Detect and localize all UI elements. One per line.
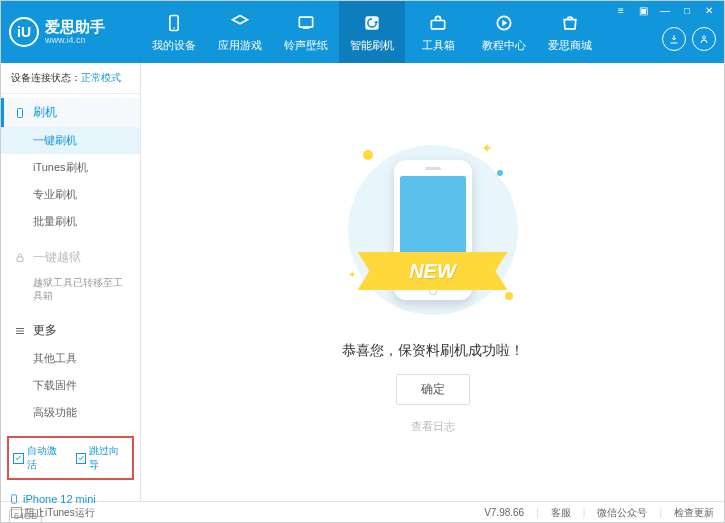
- sidebar-item-pro-flash[interactable]: 专业刷机: [1, 181, 140, 208]
- new-ribbon: NEW: [358, 252, 508, 290]
- lock-icon: [13, 251, 27, 265]
- nav-tabs: 我的设备 应用游戏 铃声壁纸 智能刷机 工具箱 教程中心 爱思商城: [141, 1, 603, 63]
- svg-point-8: [703, 36, 706, 39]
- phone-icon: [163, 12, 185, 34]
- nav-store[interactable]: 爱思商城: [537, 1, 603, 63]
- list-icon: [13, 324, 27, 338]
- nav-my-device[interactable]: 我的设备: [141, 1, 207, 63]
- success-illustration: ✦ ✦ NEW: [333, 130, 533, 330]
- svg-point-1: [173, 27, 175, 29]
- app-header: iU 爱思助手 www.i4.cn 我的设备 应用游戏 铃声壁纸 智能刷机 工具…: [1, 1, 724, 63]
- tutorial-icon: [493, 12, 515, 34]
- logo: iU 爱思助手 www.i4.cn: [9, 17, 141, 47]
- refresh-icon: [361, 12, 383, 34]
- skin-icon[interactable]: ▣: [634, 3, 652, 17]
- sidebar-jailbreak-header: 一键越狱: [1, 243, 140, 272]
- user-button[interactable]: [692, 27, 716, 51]
- sidebar-flash-header[interactable]: 刷机: [1, 98, 140, 127]
- wallpaper-icon: [295, 12, 317, 34]
- version-label: V7.98.66: [484, 507, 524, 518]
- checkbox-auto-activate[interactable]: 自动激活: [13, 444, 66, 472]
- wechat-link[interactable]: 微信公众号: [597, 506, 647, 520]
- app-name: 爱思助手: [45, 19, 105, 36]
- confirm-button[interactable]: 确定: [396, 374, 470, 405]
- logo-icon: iU: [9, 17, 39, 47]
- phone-icon: [13, 106, 27, 120]
- view-log-link[interactable]: 查看日志: [411, 419, 455, 434]
- toolbox-icon: [427, 12, 449, 34]
- flash-options: 自动激活 跳过向导: [7, 436, 134, 480]
- menu-icon[interactable]: ≡: [612, 3, 630, 17]
- nav-toolbox[interactable]: 工具箱: [405, 1, 471, 63]
- svg-marker-7: [502, 19, 507, 26]
- success-message: 恭喜您，保资料刷机成功啦！: [342, 342, 524, 360]
- nav-flash[interactable]: 智能刷机: [339, 1, 405, 63]
- svg-rect-2: [299, 17, 312, 27]
- sidebar-item-oneclick-flash[interactable]: 一键刷机: [1, 127, 140, 154]
- jailbreak-note: 越狱工具已转移至工具箱: [1, 272, 140, 308]
- sidebar-item-batch-flash[interactable]: 批量刷机: [1, 208, 140, 235]
- device-name: iPhone 12 mini: [9, 492, 132, 506]
- sidebar-more-header[interactable]: 更多: [1, 316, 140, 345]
- service-link[interactable]: 客服: [551, 506, 571, 520]
- check-update-link[interactable]: 检查更新: [674, 506, 714, 520]
- connection-status: 设备连接状态：正常模式: [1, 63, 140, 94]
- sidebar-item-advanced[interactable]: 高级功能: [1, 399, 140, 426]
- download-button[interactable]: [662, 27, 686, 51]
- main-content: ✦ ✦ NEW 恭喜您，保资料刷机成功啦！ 确定 查看日志: [141, 63, 724, 501]
- svg-rect-9: [18, 108, 23, 117]
- app-url: www.i4.cn: [45, 35, 105, 45]
- apps-icon: [229, 12, 251, 34]
- svg-rect-5: [431, 20, 444, 28]
- checkbox-skip-guide[interactable]: 跳过向导: [76, 444, 129, 472]
- svg-rect-10: [17, 257, 23, 262]
- svg-rect-11: [12, 495, 17, 503]
- sidebar-item-other-tools[interactable]: 其他工具: [1, 345, 140, 372]
- svg-rect-3: [303, 27, 310, 29]
- phone-icon: [9, 492, 19, 506]
- checkbox-block-itunes[interactable]: 阻止iTunes运行: [11, 506, 95, 520]
- store-icon: [559, 12, 581, 34]
- sidebar: 设备连接状态：正常模式 刷机 一键刷机 iTunes刷机 专业刷机 批量刷机 一…: [1, 63, 141, 501]
- nav-apps[interactable]: 应用游戏: [207, 1, 273, 63]
- nav-tutorial[interactable]: 教程中心: [471, 1, 537, 63]
- sidebar-item-itunes-flash[interactable]: iTunes刷机: [1, 154, 140, 181]
- nav-wallpaper[interactable]: 铃声壁纸: [273, 1, 339, 63]
- sidebar-item-download-firmware[interactable]: 下载固件: [1, 372, 140, 399]
